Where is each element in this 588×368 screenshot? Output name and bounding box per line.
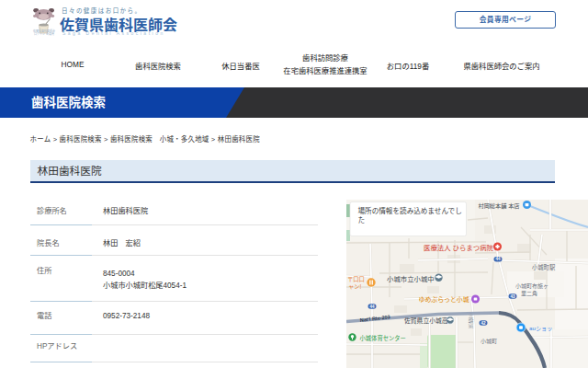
svg-text:〒口口: 〒口口	[347, 276, 365, 282]
svg-text:里二角: 里二角	[521, 290, 537, 297]
svg-text:小城町: 小城町	[481, 338, 497, 345]
svg-text:43: 43	[510, 294, 515, 299]
svg-text:ゆめぷらっと小城: ゆめぷらっと小城	[419, 295, 469, 304]
svg-text:た: た	[358, 216, 366, 224]
svg-text:医療法人 ひらまつ病院: 医療法人 ひらまつ病院	[424, 244, 494, 252]
svg-text:村岡総本舗 本店: 村岡総本舗 本店	[479, 202, 520, 210]
svg-text:小城町布施ヶ: 小城町布施ヶ	[515, 282, 548, 290]
svg-text:小城駅前: 小城駅前	[468, 313, 474, 329]
svg-text:小城市立小城中: 小城市立小城中	[387, 275, 435, 283]
svg-text:44: 44	[495, 257, 501, 261]
svg-text:小城町駅: 小城町駅	[532, 263, 556, 271]
svg-text:場所の情報を読み込めませんでし: 場所の情報を読み込めませんでし	[358, 206, 462, 215]
svg-text:佐賀県立小城高: 佐賀県立小城高	[404, 316, 448, 325]
svg-text:小城体育センター: 小城体育センター	[360, 334, 406, 342]
svg-text:auショッ: auショッ	[529, 325, 552, 332]
svg-text:44: 44	[369, 305, 375, 309]
svg-text:42: 42	[481, 321, 486, 326]
svg-text:ャン!: ャン!	[348, 283, 362, 290]
